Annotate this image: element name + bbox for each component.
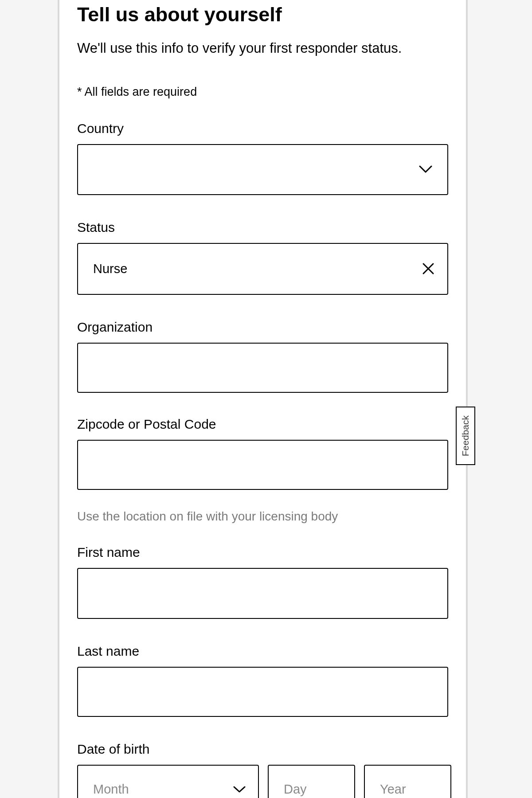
required-note: * All fields are required xyxy=(77,85,448,99)
last-name-input[interactable] xyxy=(93,685,432,699)
first-name-input[interactable] xyxy=(93,586,432,601)
form-card: Tell us about yourself We'll use this in… xyxy=(58,0,468,798)
chevron-down-icon xyxy=(419,165,432,173)
feedback-button[interactable]: Feedback xyxy=(456,407,475,465)
field-status: Status Nurse xyxy=(77,220,448,295)
dob-month-wrap: Month xyxy=(77,765,259,798)
form-subtitle: We'll use this info to verify your first… xyxy=(77,39,423,58)
first-name-label: First name xyxy=(77,545,448,560)
dob-year-wrap xyxy=(364,765,451,798)
field-country: Country xyxy=(77,121,448,195)
status-select[interactable]: Nurse xyxy=(77,243,448,295)
organization-label: Organization xyxy=(77,320,448,335)
last-name-input-wrap xyxy=(77,667,448,717)
dob-day-input[interactable] xyxy=(284,782,339,797)
dob-month-placeholder: Month xyxy=(93,782,129,797)
field-last-name: Last name xyxy=(77,644,448,717)
status-label: Status xyxy=(77,220,448,235)
dob-day-wrap xyxy=(268,765,355,798)
clear-icon[interactable] xyxy=(422,262,435,275)
organization-input-wrap xyxy=(77,343,448,393)
chevron-down-icon xyxy=(233,786,246,793)
dob-year-input-wrap xyxy=(364,765,451,798)
organization-input[interactable] xyxy=(93,360,432,375)
zipcode-helper: Use the location on file with your licen… xyxy=(77,509,448,524)
first-name-input-wrap xyxy=(77,568,448,619)
country-select[interactable] xyxy=(77,144,448,195)
field-organization: Organization xyxy=(77,320,448,393)
field-zipcode: Zipcode or Postal Code Use the location … xyxy=(77,417,448,524)
form-title: Tell us about yourself xyxy=(77,3,448,27)
zipcode-label: Zipcode or Postal Code xyxy=(77,417,448,432)
dob-row: Month xyxy=(77,765,448,798)
last-name-label: Last name xyxy=(77,644,448,659)
zipcode-input-wrap xyxy=(77,440,448,490)
dob-label: Date of birth xyxy=(77,742,448,757)
country-label: Country xyxy=(77,121,448,136)
feedback-label: Feedback xyxy=(460,415,471,456)
dob-month-select[interactable]: Month xyxy=(77,765,259,798)
zipcode-input[interactable] xyxy=(93,458,432,472)
dob-year-input[interactable] xyxy=(380,782,435,797)
status-value: Nurse xyxy=(93,262,432,276)
field-dob: Date of birth Month xyxy=(77,742,448,798)
dob-day-input-wrap xyxy=(268,765,355,798)
field-first-name: First name xyxy=(77,545,448,619)
